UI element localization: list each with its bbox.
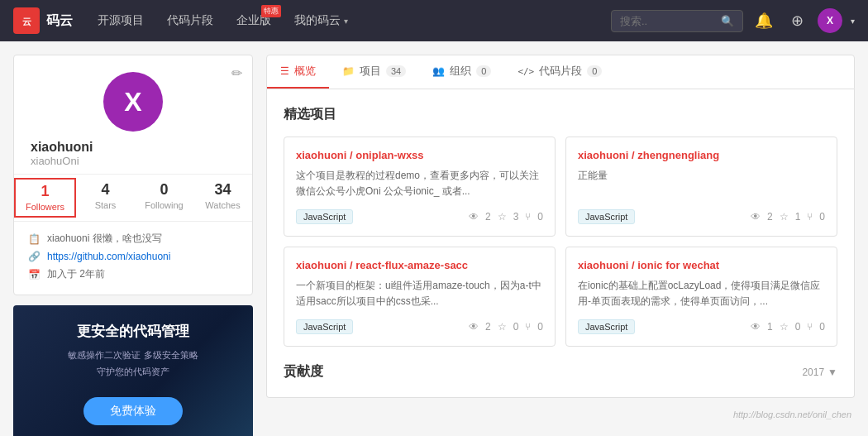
nav-dropdown-arrow-icon: ▾ bbox=[851, 17, 855, 26]
project-1-title: xiaohuoni / oniplan-wxss bbox=[296, 149, 543, 161]
tab-organizations[interactable]: 👥 组织 0 bbox=[419, 55, 504, 89]
project-4-footer: JavaScript 👁 1 ☆ 0 ⑂ 0 bbox=[578, 319, 825, 334]
profile-card: ✏ X xiaohuoni xiaohuOni 1 Followers 4 St… bbox=[13, 55, 253, 295]
search-input[interactable] bbox=[620, 15, 716, 27]
nav-item-open-source[interactable]: 开源项目 bbox=[86, 0, 155, 41]
project-2-stars: 1 bbox=[795, 211, 801, 223]
edit-profile-icon[interactable]: ✏ bbox=[231, 65, 242, 81]
main-content: ☰ 概览 📁 项目 34 👥 组织 0 </> 代码片段 0 精选项目 bbox=[266, 55, 855, 436]
stars-count: 4 bbox=[76, 181, 135, 199]
meta-joined: 📅 加入于 2年前 bbox=[27, 267, 239, 281]
add-icon[interactable]: ⊕ bbox=[785, 8, 809, 33]
github-link[interactable]: https://github.com/xiaohuoni bbox=[47, 251, 170, 262]
tab-code-snippets[interactable]: </> 代码片段 0 bbox=[504, 55, 615, 89]
promo-subtitle: 敏感操作二次验证 多级安全策略 守护您的代码资产 bbox=[26, 347, 240, 381]
contrib-section-title: 贡献度 bbox=[284, 363, 323, 381]
followers-label: Followers bbox=[26, 202, 64, 212]
snippets-tab-icon: </> bbox=[517, 66, 534, 77]
nav-item-enterprise[interactable]: 企业版 特惠 bbox=[225, 0, 283, 41]
project-card-1[interactable]: xiaohuoni / oniplan-wxss 这个项目是教程的过程demo，… bbox=[284, 137, 556, 237]
project-2-views: 2 bbox=[767, 211, 773, 223]
project-4-forks: 0 bbox=[819, 321, 825, 333]
star-icon-1: ☆ bbox=[498, 211, 507, 223]
tabs-bar: ☰ 概览 📁 项目 34 👥 组织 0 </> 代码片段 0 bbox=[266, 55, 855, 89]
meta-bio: 📋 xiaohuoni 很懒，啥也没写 bbox=[27, 232, 239, 246]
project-card-2[interactable]: xiaohuoni / zhengnengliang 正能量 JavaScrip… bbox=[565, 137, 837, 237]
watermark: http://blog.csdn.net/onil_chen bbox=[733, 410, 851, 419]
snippets-count-badge: 0 bbox=[587, 65, 602, 77]
logo-icon: 云 bbox=[13, 7, 40, 34]
nav-item-snippets[interactable]: 代码片段 bbox=[155, 0, 225, 41]
stat-stars[interactable]: 4 Stars bbox=[76, 178, 135, 218]
watches-label: Watches bbox=[205, 200, 240, 210]
logo-text: 码云 bbox=[46, 12, 73, 30]
project-3-footer: JavaScript 👁 2 ☆ 0 ⑂ 0 bbox=[296, 319, 543, 334]
nav-item-mycloud[interactable]: 我的码云 ▾ bbox=[283, 0, 360, 41]
navbar-logo[interactable]: 云 码云 bbox=[13, 7, 73, 34]
followers-count: 1 bbox=[16, 183, 74, 200]
watches-count: 34 bbox=[193, 181, 252, 199]
project-3-stars: 0 bbox=[513, 321, 519, 333]
navbar-right: 🔍 🔔 ⊕ X ▾ bbox=[611, 8, 855, 33]
svg-text:云: 云 bbox=[22, 17, 31, 26]
project-2-footer: JavaScript 👁 2 ☆ 1 ⑂ 0 bbox=[578, 209, 825, 224]
content-panel: 精选项目 xiaohuoni / oniplan-wxss 这个项目是教程的过程… bbox=[266, 89, 855, 398]
projects-count-badge: 34 bbox=[386, 65, 406, 77]
mycloud-arrow-icon: ▾ bbox=[344, 17, 348, 26]
project-1-stars: 3 bbox=[513, 211, 519, 223]
stat-watches[interactable]: 34 Watches bbox=[193, 178, 252, 218]
project-2-forks: 0 bbox=[819, 211, 825, 223]
bio-icon: 📋 bbox=[27, 233, 41, 245]
following-label: Following bbox=[145, 200, 183, 210]
tab-overview[interactable]: ☰ 概览 bbox=[267, 55, 329, 89]
project-3-stats: 👁 2 ☆ 0 ⑂ 0 bbox=[469, 321, 543, 333]
star-icon-2: ☆ bbox=[780, 211, 789, 223]
project-card-3[interactable]: xiaohuoni / react-flux-amaze-sacc 一个新项目的… bbox=[284, 247, 556, 347]
eye-icon-1: 👁 bbox=[469, 211, 479, 223]
project-1-stats: 👁 2 ☆ 3 ⑂ 0 bbox=[469, 211, 543, 223]
project-3-desc: 一个新项目的框架：ui组件适用amaze-touch，因为a-t中适用sacc所… bbox=[296, 278, 543, 311]
promo-card: 更安全的代码管理 敏感操作二次验证 多级安全策略 守护您的代码资产 免费体验 bbox=[13, 305, 253, 436]
projects-tab-icon: 📁 bbox=[342, 65, 355, 77]
page-layout: ✏ X xiaohuoni xiaohuOni 1 Followers 4 St… bbox=[0, 41, 868, 436]
project-1-footer: JavaScript 👁 2 ☆ 3 ⑂ 0 bbox=[296, 209, 543, 224]
project-3-views: 2 bbox=[485, 321, 491, 333]
project-card-4[interactable]: xiaohuoni / ionic for wechat 在ionic的基础上配… bbox=[565, 247, 837, 347]
enterprise-badge: 特惠 bbox=[261, 5, 281, 17]
fork-icon-4: ⑂ bbox=[807, 321, 813, 333]
project-2-desc: 正能量 bbox=[578, 168, 825, 201]
link-icon: 🔗 bbox=[27, 251, 41, 262]
project-4-views: 1 bbox=[767, 321, 773, 333]
project-1-forks: 0 bbox=[537, 211, 543, 223]
tab-projects[interactable]: 📁 项目 34 bbox=[329, 55, 419, 89]
project-3-forks: 0 bbox=[537, 321, 543, 333]
stat-followers[interactable]: 1 Followers bbox=[14, 178, 76, 218]
profile-username: xiaohuOni bbox=[31, 155, 239, 167]
navbar: 云 码云 开源项目 代码片段 企业版 特惠 我的码云 ▾ 🔍 🔔 ⊕ X ▾ bbox=[0, 0, 868, 41]
notification-bell-icon[interactable]: 🔔 bbox=[751, 8, 776, 33]
promo-title: 更安全的代码管理 bbox=[26, 322, 240, 341]
year-selector[interactable]: 2017 ▼ bbox=[802, 367, 837, 378]
project-2-stats: 👁 2 ☆ 1 ⑂ 0 bbox=[751, 211, 825, 223]
search-box[interactable]: 🔍 bbox=[611, 10, 743, 32]
project-2-lang-badge: JavaScript bbox=[578, 209, 635, 224]
stats-row: 1 Followers 4 Stars 0 Following 34 Watch… bbox=[14, 174, 252, 222]
orgs-count-badge: 0 bbox=[476, 65, 491, 77]
promo-cta-button[interactable]: 免费体验 bbox=[83, 397, 183, 425]
calendar-icon: 📅 bbox=[27, 269, 41, 280]
following-count: 0 bbox=[135, 181, 193, 199]
contrib-section-header: 贡献度 2017 ▼ bbox=[284, 363, 837, 381]
sidebar: ✏ X xiaohuoni xiaohuOni 1 Followers 4 St… bbox=[13, 55, 253, 436]
stat-following[interactable]: 0 Following bbox=[135, 178, 193, 218]
projects-grid: xiaohuoni / oniplan-wxss 这个项目是教程的过程demo，… bbox=[284, 137, 837, 347]
year-dropdown-arrow-icon: ▼ bbox=[827, 367, 837, 378]
project-4-title: xiaohuoni / ionic for wechat bbox=[578, 259, 825, 271]
user-avatar-nav[interactable]: X bbox=[818, 8, 842, 33]
project-4-stats: 👁 1 ☆ 0 ⑂ 0 bbox=[751, 321, 825, 333]
project-3-lang-badge: JavaScript bbox=[296, 319, 353, 334]
meta-github: 🔗 https://github.com/xiaohuoni bbox=[27, 251, 239, 262]
project-1-lang-badge: JavaScript bbox=[296, 209, 353, 224]
eye-icon-4: 👁 bbox=[751, 321, 761, 333]
star-icon-3: ☆ bbox=[498, 321, 507, 333]
fork-icon-2: ⑂ bbox=[807, 211, 813, 223]
